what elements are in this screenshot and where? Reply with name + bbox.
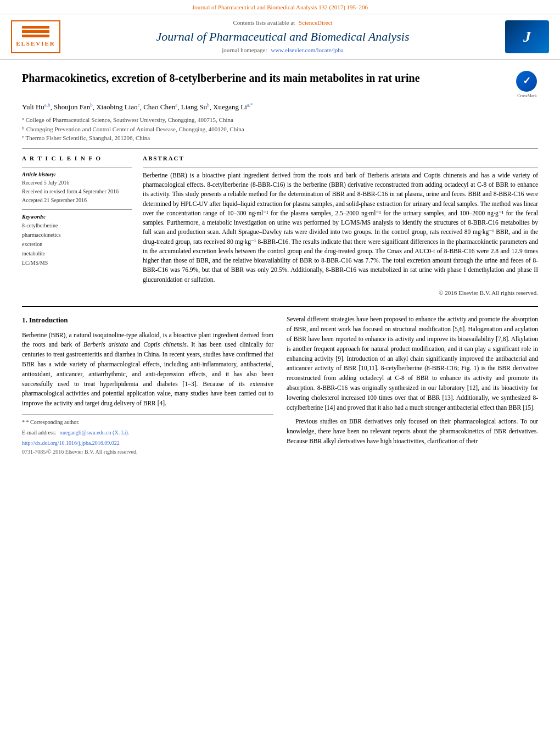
article-info: A R T I C L E I N F O Article history: R… xyxy=(22,154,132,298)
journal-reference-bar: Journal of Pharmaceutical and Biomedical… xyxy=(0,0,560,14)
kw-4: metabolite xyxy=(22,249,132,258)
journal-header: ELSEVIER Contents lists available at Sci… xyxy=(0,14,560,59)
intro-p1: Berberine (BBR), a natural isoquinoline-… xyxy=(22,331,273,409)
kw-2: pharmacokinetics xyxy=(22,230,132,239)
journal-logo: J xyxy=(505,20,549,53)
doi-link[interactable]: http://dx.doi.org/10.1016/j.jpba.2016.09… xyxy=(22,440,120,446)
homepage-url[interactable]: www.elsevier.com/locate/jpba xyxy=(271,47,343,53)
email-link[interactable]: xuegangli@swu.edu.cn (X. Li). xyxy=(60,429,129,436)
logo-line-3 xyxy=(22,35,49,37)
logo-line-2 xyxy=(22,30,49,33)
homepage-text: journal homepage: xyxy=(222,47,267,53)
elsevier-logo: ELSEVIER xyxy=(11,20,60,53)
affiliations: ᵃ College of Pharmaceutical Science, Sou… xyxy=(22,115,538,143)
article-history-label: Article history: xyxy=(22,171,132,178)
received-date: Received 5 July 2016 Received in revised… xyxy=(22,178,132,205)
logo-line-1 xyxy=(22,26,49,29)
keywords-section: Keywords: 8-cetylberberine pharmacokinet… xyxy=(22,213,132,267)
abstract-col: ABSTRACT Berberine (BBR) is a bioactive … xyxy=(143,154,538,298)
article-title: Pharmacokinetics, excretion of 8-cetylbe… xyxy=(22,71,511,85)
corresponding-note: * * Corresponding author. xyxy=(22,418,273,427)
article-title-section: Pharmacokinetics, excretion of 8-cetylbe… xyxy=(22,60,538,98)
affil-c: ᶜ Thermo Fisher Scientific, Shanghai, 20… xyxy=(22,133,538,143)
keywords-list: 8-cetylberberine pharmacokinetics excret… xyxy=(22,221,132,267)
body-col-left: 1. Introduction Berberine (BBR), a natur… xyxy=(22,315,273,456)
article-history-section: Article history: Received 5 July 2016 Re… xyxy=(22,171,132,205)
kw-1: 8-cetylberberine xyxy=(22,221,132,230)
crossmark-icon: ✓ xyxy=(523,74,531,88)
col2-p1: Several different strategies have been p… xyxy=(287,315,538,412)
elsevier-wordmark: ELSEVIER xyxy=(16,40,55,48)
col2-p2: Previous studies on BBR derivatives only… xyxy=(287,417,538,446)
article-info-abstract: A R T I C L E I N F O Article history: R… xyxy=(22,154,538,298)
divider-1 xyxy=(22,148,538,149)
contents-text: Contents lists available at xyxy=(233,19,295,26)
copyright: © 2016 Elsevier B.V. All rights reserved… xyxy=(143,289,538,297)
star-symbol: * xyxy=(22,419,26,425)
abstract-heading: ABSTRACT xyxy=(143,154,538,163)
crossmark-label: CrossMark xyxy=(516,93,538,99)
divider-ai2 xyxy=(22,209,132,210)
crossmark-badge[interactable]: ✓ CrossMark xyxy=(516,71,538,93)
divider-ai xyxy=(22,167,132,168)
sciencedirect-link: Contents lists available at ScienceDirec… xyxy=(71,19,494,27)
body-section: 1. Introduction Berberine (BBR), a natur… xyxy=(22,306,538,456)
corresponding-label: * Corresponding author. xyxy=(26,419,80,425)
revised: Received in revised form 4 September 201… xyxy=(22,187,132,196)
kw-5: LC/MS/MS xyxy=(22,258,132,267)
accepted: Accepted 21 September 2016 xyxy=(22,196,132,205)
journal-title-block: Contents lists available at ScienceDirec… xyxy=(60,19,505,54)
received: Received 5 July 2016 xyxy=(22,178,132,187)
sciencedirect-anchor[interactable]: ScienceDirect xyxy=(299,19,333,26)
crossmark-circle: ✓ xyxy=(516,71,537,92)
doi-line: http://dx.doi.org/10.1016/j.jpba.2016.09… xyxy=(22,439,273,448)
article-container: Pharmacokinetics, excretion of 8-cetylbe… xyxy=(0,60,560,456)
affil-b: ᵇ Chongqing Prevention and Control Cente… xyxy=(22,125,538,134)
journal-logo-letter: J xyxy=(523,26,531,47)
homepage-line: journal homepage: www.elsevier.com/locat… xyxy=(71,46,494,54)
journal-reference: Journal of Pharmaceutical and Biomedical… xyxy=(192,4,368,10)
authors-line: Yuli Hua,b, Shoujun Fanb, Xiaobing Liaoc… xyxy=(22,102,538,113)
elsevier-logo-lines xyxy=(22,26,49,37)
divider-ab xyxy=(143,167,538,168)
body-col-right: Several different strategies have been p… xyxy=(287,315,538,456)
body-two-col: 1. Introduction Berberine (BBR), a natur… xyxy=(22,315,538,456)
journal-name: Journal of Pharmaceutical and Biomedical… xyxy=(71,30,494,44)
footnote-area: * * Corresponding author. E-mail address… xyxy=(22,414,273,456)
kw-3: excretion xyxy=(22,239,132,249)
affil-a: ᵃ College of Pharmaceutical Science, Sou… xyxy=(22,115,538,125)
abstract-text: Berberine (BBR) is a bioactive plant ing… xyxy=(143,171,538,284)
article-info-heading: A R T I C L E I N F O xyxy=(22,154,132,163)
email-footnote: E-mail address: xuegangli@swu.edu.cn (X.… xyxy=(22,428,273,437)
email-label: E-mail address: xyxy=(22,429,56,436)
intro-heading: 1. Introduction xyxy=(22,315,273,326)
keywords-label: Keywords: xyxy=(22,213,132,221)
copyright-footer: 0731-7085/© 2016 Elsevier B.V. All right… xyxy=(22,448,273,456)
